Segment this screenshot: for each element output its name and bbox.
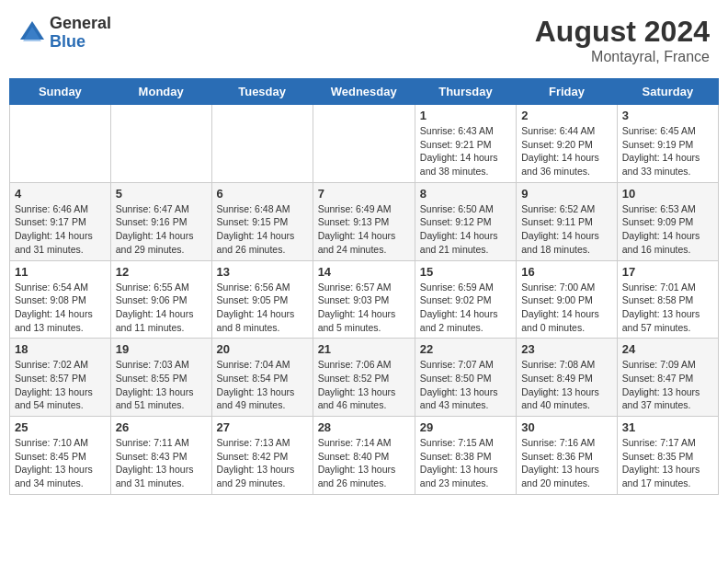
empty-cell: [110, 105, 211, 183]
calendar-day-13: 13Sunrise: 6:56 AM Sunset: 9:05 PM Dayli…: [211, 260, 313, 339]
calendar-day-26: 26Sunrise: 7:11 AM Sunset: 8:43 PM Dayli…: [110, 417, 211, 495]
calendar-table: SundayMondayTuesdayWednesdayThursdayFrid…: [9, 78, 719, 495]
day-number: 20: [217, 342, 308, 356]
calendar-day-22: 22Sunrise: 7:07 AM Sunset: 8:50 PM Dayli…: [415, 339, 516, 417]
calendar-day-19: 19Sunrise: 7:03 AM Sunset: 8:55 PM Dayli…: [110, 339, 211, 417]
weekday-header-tuesday: Tuesday: [211, 79, 313, 105]
calendar-day-27: 27Sunrise: 7:13 AM Sunset: 8:42 PM Dayli…: [211, 417, 313, 495]
day-info: Sunrise: 7:09 AM Sunset: 8:47 PM Dayligh…: [622, 358, 713, 412]
calendar-day-12: 12Sunrise: 6:55 AM Sunset: 9:06 PM Dayli…: [110, 260, 211, 339]
day-info: Sunrise: 7:14 AM Sunset: 8:40 PM Dayligh…: [318, 436, 410, 490]
day-info: Sunrise: 6:59 AM Sunset: 9:02 PM Dayligh…: [420, 281, 511, 335]
day-number: 3: [622, 109, 713, 122]
calendar-week-5: 25Sunrise: 7:10 AM Sunset: 8:45 PM Dayli…: [10, 417, 719, 495]
calendar-day-11: 11Sunrise: 6:54 AM Sunset: 9:08 PM Dayli…: [10, 260, 111, 339]
day-info: Sunrise: 7:16 AM Sunset: 8:36 PM Dayligh…: [521, 436, 612, 490]
logo-blue-text: Blue: [50, 33, 111, 52]
month-year: August 2024: [535, 15, 710, 49]
weekday-header-row: SundayMondayTuesdayWednesdayThursdayFrid…: [10, 79, 719, 105]
day-info: Sunrise: 6:43 AM Sunset: 9:21 PM Dayligh…: [420, 124, 511, 178]
calendar-day-3: 3Sunrise: 6:45 AM Sunset: 9:19 PM Daylig…: [617, 105, 718, 183]
day-info: Sunrise: 6:47 AM Sunset: 9:16 PM Dayligh…: [116, 202, 207, 257]
day-info: Sunrise: 7:08 AM Sunset: 8:49 PM Dayligh…: [521, 358, 612, 412]
calendar-day-6: 6Sunrise: 6:48 AM Sunset: 9:15 PM Daylig…: [211, 182, 313, 260]
calendar-day-25: 25Sunrise: 7:10 AM Sunset: 8:45 PM Dayli…: [10, 417, 111, 495]
day-number: 28: [318, 420, 410, 434]
day-number: 14: [318, 265, 410, 279]
day-number: 9: [521, 187, 612, 201]
calendar-day-9: 9Sunrise: 6:52 AM Sunset: 9:11 PM Daylig…: [517, 182, 618, 260]
location: Montayral, France: [535, 49, 710, 65]
day-number: 27: [217, 420, 308, 434]
calendar-day-17: 17Sunrise: 7:01 AM Sunset: 8:58 PM Dayli…: [617, 260, 718, 339]
calendar-day-16: 16Sunrise: 7:00 AM Sunset: 9:00 PM Dayli…: [517, 260, 618, 339]
day-info: Sunrise: 7:11 AM Sunset: 8:43 PM Dayligh…: [116, 436, 207, 490]
day-info: Sunrise: 6:54 AM Sunset: 9:08 PM Dayligh…: [15, 281, 106, 335]
day-number: 22: [420, 342, 511, 356]
logo-general-text: General: [50, 15, 111, 33]
day-number: 31: [622, 420, 713, 434]
weekday-header-wednesday: Wednesday: [313, 79, 415, 105]
weekday-header-monday: Monday: [110, 79, 211, 105]
calendar-day-24: 24Sunrise: 7:09 AM Sunset: 8:47 PM Dayli…: [617, 339, 718, 417]
empty-cell: [211, 105, 313, 183]
calendar-day-7: 7Sunrise: 6:49 AM Sunset: 9:13 PM Daylig…: [313, 182, 415, 260]
weekday-header-sunday: Sunday: [10, 79, 111, 105]
day-number: 4: [15, 187, 106, 201]
weekday-header-friday: Friday: [517, 79, 618, 105]
calendar-day-2: 2Sunrise: 6:44 AM Sunset: 9:20 PM Daylig…: [517, 105, 618, 183]
day-info: Sunrise: 6:53 AM Sunset: 9:09 PM Dayligh…: [622, 202, 713, 257]
logo: General Blue: [18, 15, 111, 52]
calendar-week-2: 4Sunrise: 6:46 AM Sunset: 9:17 PM Daylig…: [10, 182, 719, 260]
day-info: Sunrise: 7:04 AM Sunset: 8:54 PM Dayligh…: [217, 358, 308, 412]
calendar-day-21: 21Sunrise: 7:06 AM Sunset: 8:52 PM Dayli…: [313, 339, 415, 417]
calendar-day-18: 18Sunrise: 7:02 AM Sunset: 8:57 PM Dayli…: [10, 339, 111, 417]
empty-cell: [10, 105, 111, 183]
day-info: Sunrise: 6:45 AM Sunset: 9:19 PM Dayligh…: [622, 124, 713, 178]
empty-cell: [313, 105, 415, 183]
day-number: 5: [116, 187, 207, 201]
calendar-week-4: 18Sunrise: 7:02 AM Sunset: 8:57 PM Dayli…: [10, 339, 719, 417]
day-number: 7: [318, 187, 410, 201]
calendar-day-4: 4Sunrise: 6:46 AM Sunset: 9:17 PM Daylig…: [10, 182, 111, 260]
day-number: 19: [116, 342, 207, 356]
day-info: Sunrise: 6:57 AM Sunset: 9:03 PM Dayligh…: [318, 281, 410, 335]
day-info: Sunrise: 7:03 AM Sunset: 8:55 PM Dayligh…: [116, 358, 207, 412]
calendar-day-14: 14Sunrise: 6:57 AM Sunset: 9:03 PM Dayli…: [313, 260, 415, 339]
day-info: Sunrise: 6:52 AM Sunset: 9:11 PM Dayligh…: [521, 202, 612, 257]
day-info: Sunrise: 7:06 AM Sunset: 8:52 PM Dayligh…: [318, 358, 410, 412]
day-number: 8: [420, 187, 511, 201]
day-number: 25: [15, 420, 106, 434]
calendar-day-15: 15Sunrise: 6:59 AM Sunset: 9:02 PM Dayli…: [415, 260, 516, 339]
page-header: General Blue August 2024 Montayral, Fran…: [9, 9, 719, 71]
day-number: 11: [15, 265, 106, 279]
day-number: 26: [116, 420, 207, 434]
day-info: Sunrise: 7:00 AM Sunset: 9:00 PM Dayligh…: [521, 281, 612, 335]
day-number: 10: [622, 187, 713, 201]
day-info: Sunrise: 6:49 AM Sunset: 9:13 PM Dayligh…: [318, 202, 410, 257]
day-info: Sunrise: 6:50 AM Sunset: 9:12 PM Dayligh…: [420, 202, 511, 257]
day-number: 30: [521, 420, 612, 434]
day-info: Sunrise: 7:10 AM Sunset: 8:45 PM Dayligh…: [15, 436, 106, 490]
calendar-day-29: 29Sunrise: 7:15 AM Sunset: 8:38 PM Dayli…: [415, 417, 516, 495]
day-number: 23: [521, 342, 612, 356]
calendar-day-8: 8Sunrise: 6:50 AM Sunset: 9:12 PM Daylig…: [415, 182, 516, 260]
day-info: Sunrise: 6:46 AM Sunset: 9:17 PM Dayligh…: [15, 202, 106, 257]
day-number: 29: [420, 420, 511, 434]
day-number: 1: [420, 109, 511, 122]
day-info: Sunrise: 6:48 AM Sunset: 9:15 PM Dayligh…: [217, 202, 308, 257]
calendar-day-30: 30Sunrise: 7:16 AM Sunset: 8:36 PM Dayli…: [517, 417, 618, 495]
calendar-day-20: 20Sunrise: 7:04 AM Sunset: 8:54 PM Dayli…: [211, 339, 313, 417]
day-info: Sunrise: 7:01 AM Sunset: 8:58 PM Dayligh…: [622, 281, 713, 335]
day-number: 13: [217, 265, 308, 279]
calendar-day-31: 31Sunrise: 7:17 AM Sunset: 8:35 PM Dayli…: [617, 417, 718, 495]
day-number: 6: [217, 187, 308, 201]
calendar-day-23: 23Sunrise: 7:08 AM Sunset: 8:49 PM Dayli…: [517, 339, 618, 417]
day-info: Sunrise: 7:15 AM Sunset: 8:38 PM Dayligh…: [420, 436, 511, 490]
day-number: 21: [318, 342, 410, 356]
day-number: 16: [521, 265, 612, 279]
logo-icon: [18, 19, 46, 47]
calendar-week-3: 11Sunrise: 6:54 AM Sunset: 9:08 PM Dayli…: [10, 260, 719, 339]
day-number: 12: [116, 265, 207, 279]
day-info: Sunrise: 7:07 AM Sunset: 8:50 PM Dayligh…: [420, 358, 511, 412]
